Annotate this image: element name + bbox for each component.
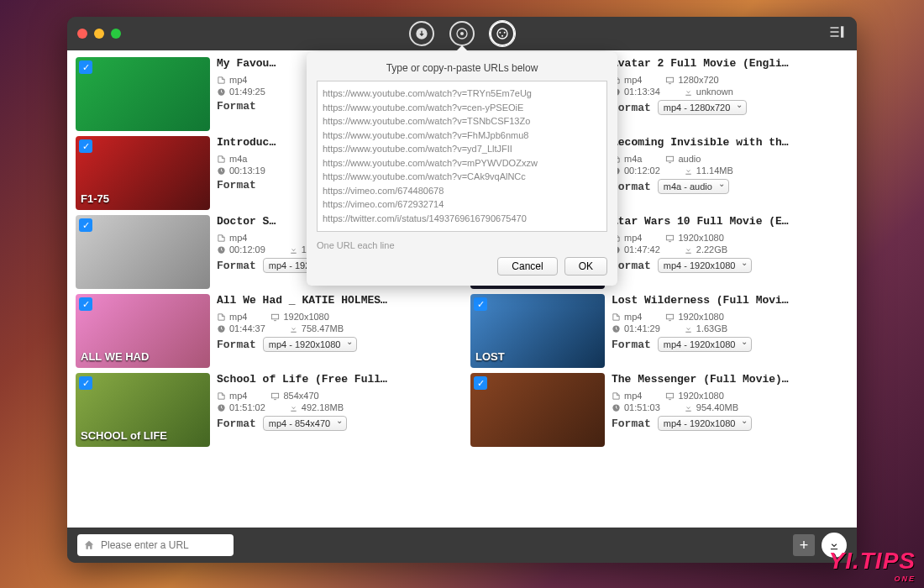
mode-convert-icon[interactable] <box>449 21 475 46</box>
cancel-button[interactable]: Cancel <box>497 257 557 276</box>
video-meta: All We Had _ KATIE HOLMES… mp4 1920x1080… <box>217 294 454 352</box>
library-icon[interactable] <box>828 24 845 44</box>
video-thumbnail[interactable]: ✓ LOST <box>470 294 605 368</box>
file-size: unknown <box>684 87 733 97</box>
video-meta: The Messenger (Full Movie)… mp4 1920x108… <box>612 373 848 431</box>
format-label: Format <box>217 179 256 192</box>
add-url-button[interactable]: + <box>793 534 815 556</box>
video-item: ✓ The Messenger (Full Movie)… mp4 1920x1… <box>470 373 848 447</box>
svg-point-3 <box>499 32 501 34</box>
file-ext: mp4 <box>217 391 247 401</box>
video-title: Lost Wilderness (Full Movi… <box>612 294 848 307</box>
format-label: Format <box>217 100 256 113</box>
duration: 00:12:09 <box>217 244 265 255</box>
resolution: 1920x1080 <box>665 312 723 322</box>
checkbox-icon[interactable]: ✓ <box>79 297 92 311</box>
file-ext: mp4 <box>217 312 247 322</box>
file-ext: m4a <box>217 154 247 164</box>
duration: 01:13:34 <box>612 87 660 97</box>
checkbox-icon[interactable]: ✓ <box>79 60 92 74</box>
format-select[interactable]: mp4 - 854x470 <box>263 416 347 431</box>
format-select[interactable]: mp4 - 1920x1080 <box>263 337 357 352</box>
video-title: School of Life (Free Full… <box>217 373 454 386</box>
svg-rect-21 <box>667 393 674 398</box>
duration: 00:12:02 <box>612 165 660 176</box>
ok-button[interactable]: OK <box>564 257 607 276</box>
file-size: 758.47MB <box>289 323 344 333</box>
format-label: Format <box>612 260 651 272</box>
video-meta: Lost Wilderness (Full Movi… mp4 1920x108… <box>612 294 848 352</box>
format-label: Format <box>217 417 256 430</box>
video-meta: …vatar 2 Full Movie (Engli… mp4 1280x720… <box>612 57 848 115</box>
svg-point-5 <box>501 35 503 37</box>
checkbox-icon[interactable]: ✓ <box>474 297 487 311</box>
video-title: …vatar 2 Full Movie (Engli… <box>612 57 848 70</box>
bottombar: + <box>67 528 857 563</box>
duration: 01:41:29 <box>612 323 660 333</box>
svg-point-2 <box>497 29 507 39</box>
app-window: ✓ My Favou… mp4 01:49:25 Format …vatar 2… <box>67 17 857 563</box>
mode-download-icon[interactable] <box>409 21 434 46</box>
thumbnail-label: F1-75 <box>81 192 109 205</box>
svg-rect-19 <box>272 393 279 398</box>
svg-rect-13 <box>667 235 674 240</box>
home-icon <box>83 539 95 551</box>
url-input-wrap <box>77 534 786 556</box>
format-label: Format <box>612 339 651 351</box>
format-label: Format <box>612 417 651 430</box>
duration: 01:49:25 <box>217 87 265 97</box>
thumbnail-label: LOST <box>475 350 505 363</box>
duration: 01:44:37 <box>217 323 265 333</box>
svg-rect-17 <box>667 314 674 319</box>
format-label: Format <box>612 181 651 193</box>
file-size: 2.22GB <box>684 244 727 255</box>
file-size: 954.40MB <box>684 402 738 412</box>
checkbox-icon[interactable]: ✓ <box>79 376 92 390</box>
checkbox-icon[interactable]: ✓ <box>474 376 487 390</box>
video-thumbnail[interactable]: ✓ <box>76 57 210 131</box>
video-title: …tar Wars 10 Full Movie (E… <box>612 215 848 228</box>
duration: 01:51:02 <box>217 402 265 412</box>
minimize-window-button[interactable] <box>94 29 104 39</box>
format-label: Format <box>612 102 651 114</box>
format-label: Format <box>217 260 256 272</box>
close-window-button[interactable] <box>77 29 87 39</box>
video-thumbnail[interactable]: ✓ ALL WE HAD <box>76 294 210 368</box>
video-thumbnail[interactable]: ✓ SCHOOL of LIFE <box>76 373 210 447</box>
duration: 01:47:42 <box>612 244 660 255</box>
video-title: …ecoming Invisible with th… <box>612 136 848 149</box>
video-meta: School of Life (Free Full… mp4 854x470 0… <box>217 373 454 431</box>
video-meta: …ecoming Invisible with th… m4a audio 00… <box>612 136 848 194</box>
file-ext: mp4 <box>217 233 247 243</box>
checkbox-icon[interactable]: ✓ <box>79 218 92 232</box>
video-thumbnail[interactable]: ✓ <box>76 215 210 289</box>
format-select[interactable]: mp4 - 1280x720 <box>658 100 747 115</box>
svg-rect-10 <box>667 156 674 161</box>
resolution: 1920x1080 <box>665 233 723 243</box>
checkbox-icon[interactable]: ✓ <box>79 139 92 153</box>
url-textarea[interactable] <box>317 81 607 232</box>
format-select[interactable]: m4a - audio <box>658 179 729 194</box>
format-select[interactable]: mp4 - 1920x1080 <box>658 337 752 352</box>
mode-tabs <box>409 21 515 46</box>
file-ext: mp4 <box>612 391 642 401</box>
file-size: 492.18MB <box>289 402 344 412</box>
file-size: 11.14MB <box>684 165 733 176</box>
video-thumbnail[interactable]: ✓ F1-75 <box>76 136 210 210</box>
video-item: ✓ ALL WE HAD All We Had _ KATIE HOLMES… … <box>76 294 454 368</box>
resolution: 1920x1080 <box>270 312 328 322</box>
batch-url-popover: Type or copy-n-paste URLs below One URL … <box>307 52 617 286</box>
video-title: The Messenger (Full Movie)… <box>612 373 848 386</box>
url-input[interactable] <box>77 534 234 556</box>
format-select[interactable]: mp4 - 1920x1080 <box>658 258 752 273</box>
popover-buttons: Cancel OK <box>317 257 607 276</box>
mode-batch-icon[interactable] <box>490 21 515 46</box>
svg-rect-7 <box>667 77 674 82</box>
maximize-window-button[interactable] <box>111 29 121 39</box>
resolution: 854x470 <box>270 391 318 401</box>
video-thumbnail[interactable]: ✓ <box>470 373 605 447</box>
video-item: ✓ SCHOOL of LIFE School of Life (Free Fu… <box>76 373 454 447</box>
format-select[interactable]: mp4 - 1920x1080 <box>658 416 752 431</box>
duration: 00:13:19 <box>217 165 265 176</box>
thumbnail-label: SCHOOL of LIFE <box>81 429 167 442</box>
